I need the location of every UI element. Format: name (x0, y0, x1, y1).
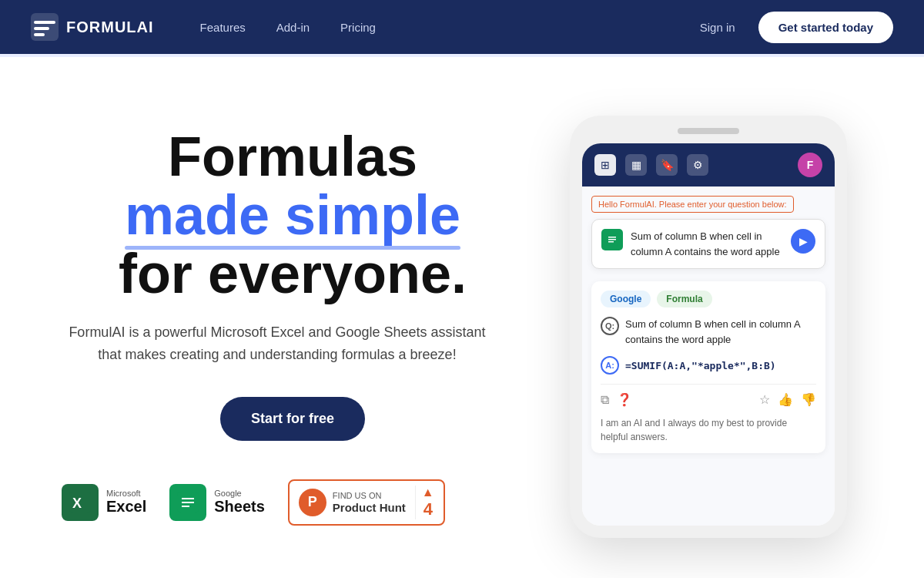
sheets-name: Google Sheets (214, 489, 265, 516)
svg-rect-7 (182, 498, 194, 499)
send-button[interactable]: ▶ (791, 229, 815, 254)
hero-section: Formulas made simple for everyone. Formu… (0, 57, 924, 578)
input-box[interactable]: Sum of column B when cell in column A co… (591, 219, 825, 269)
ph-votes: ▲ 4 (415, 486, 434, 519)
excel-badge: X Microsoft Excel (62, 484, 146, 521)
toolbar-icons: ⊞ ▦ 🔖 ⚙ (594, 154, 708, 176)
hero-title-accent: made simple (125, 187, 460, 245)
hero-title: Formulas made simple for everyone. (62, 128, 524, 303)
svg-rect-9 (182, 506, 189, 507)
response-actions: ⧉ ❓ ☆ 👍 👎 (601, 384, 816, 407)
prompt-label: Hello FormulAI. Please enter your questi… (591, 196, 794, 213)
navbar: FORMULAI Features Add-in Pricing Sign in… (0, 0, 924, 54)
hero-content: Formulas made simple for everyone. Formu… (62, 128, 524, 525)
get-started-button[interactable]: Get started today (758, 12, 893, 43)
phone-mockup: ⊞ ▦ 🔖 ⚙ F Hello FormulAI. Please enter y… (554, 116, 862, 538)
tag-formula: Formula (657, 291, 711, 307)
question-text: Sum of column B when cell in column A co… (625, 317, 816, 347)
question-mark-icon[interactable]: ❓ (617, 392, 632, 407)
svg-rect-12 (608, 239, 616, 240)
svg-rect-8 (182, 502, 194, 503)
svg-rect-3 (34, 33, 45, 36)
ph-icon: P (299, 489, 326, 516)
response-answer: A: =SUMIF(A:A,"*apple*",B:B) (601, 356, 816, 375)
thumbs-up-icon[interactable]: 👍 (778, 392, 793, 407)
phone-notch (678, 128, 739, 134)
nav-link-pricing[interactable]: Pricing (340, 21, 376, 34)
formula-code: =SUMIF(A:A,"*apple*",B:B) (625, 360, 776, 371)
ph-info: FIND US ON Product Hunt (333, 491, 406, 514)
sheets-mini-icon (601, 229, 623, 250)
nav-link-addin[interactable]: Add-in (276, 21, 310, 34)
ph-arrow-icon: ▲ (422, 486, 434, 499)
nav-link-features[interactable]: Features (200, 21, 246, 34)
svg-rect-2 (34, 27, 49, 30)
excel-icon: X (62, 484, 99, 521)
hero-title-line1: Formulas (168, 126, 417, 187)
partners-section: X Microsoft Excel (62, 479, 524, 526)
question-label-icon: Q: (601, 317, 619, 335)
toolbar-gear-icon[interactable]: ⚙ (687, 154, 708, 176)
logo[interactable]: FORMULAI (31, 13, 154, 41)
tag-google: Google (601, 291, 651, 307)
response-section: Google Formula Q: Sum of column B when c… (591, 281, 825, 453)
app-body: Hello FormulAI. Please enter your questi… (582, 187, 835, 526)
excel-name: Microsoft Excel (106, 489, 146, 516)
toolbar-bookmark-icon[interactable]: 🔖 (656, 154, 678, 176)
copy-icon[interactable]: ⧉ (601, 393, 609, 407)
svg-rect-1 (34, 21, 55, 24)
thumbs-down-icon[interactable]: 👎 (801, 392, 816, 407)
nav-right: Sign in Get started today (700, 12, 893, 43)
phone-outer: ⊞ ▦ 🔖 ⚙ F Hello FormulAI. Please enter y… (570, 116, 847, 538)
response-question: Q: Sum of column B when cell in column A… (601, 317, 816, 347)
svg-text:X: X (72, 496, 82, 511)
app-toolbar: ⊞ ▦ 🔖 ⚙ F (582, 143, 835, 187)
hero-title-line3: for everyone. (119, 243, 467, 304)
sheets-icon (169, 484, 206, 521)
toolbar-grid-icon[interactable]: ▦ (625, 154, 647, 176)
sheets-badge: Google Sheets (169, 484, 265, 521)
toolbar-layers-icon[interactable]: ⊞ (594, 154, 616, 176)
response-footer: I am an AI and I always do my best to pr… (601, 416, 816, 444)
star-icon[interactable]: ☆ (759, 392, 770, 407)
hero-subtitle: FormulAI is a powerful Microsoft Excel a… (62, 321, 493, 366)
response-tags: Google Formula (601, 291, 816, 307)
input-text: Sum of column B when cell in column A co… (631, 229, 783, 259)
logo-icon (31, 13, 59, 41)
phone-screen: ⊞ ▦ 🔖 ⚙ F Hello FormulAI. Please enter y… (582, 143, 835, 526)
sign-in-link[interactable]: Sign in (700, 21, 735, 34)
svg-rect-13 (608, 241, 614, 243)
logo-text: FORMULAI (66, 18, 154, 36)
product-hunt-badge[interactable]: P FIND US ON Product Hunt ▲ 4 (288, 479, 445, 526)
answer-label-icon: A: (601, 356, 619, 375)
start-free-button[interactable]: Start for free (220, 397, 365, 441)
nav-links: Features Add-in Pricing (200, 21, 700, 34)
user-avatar: F (798, 153, 822, 177)
svg-rect-11 (608, 237, 616, 238)
